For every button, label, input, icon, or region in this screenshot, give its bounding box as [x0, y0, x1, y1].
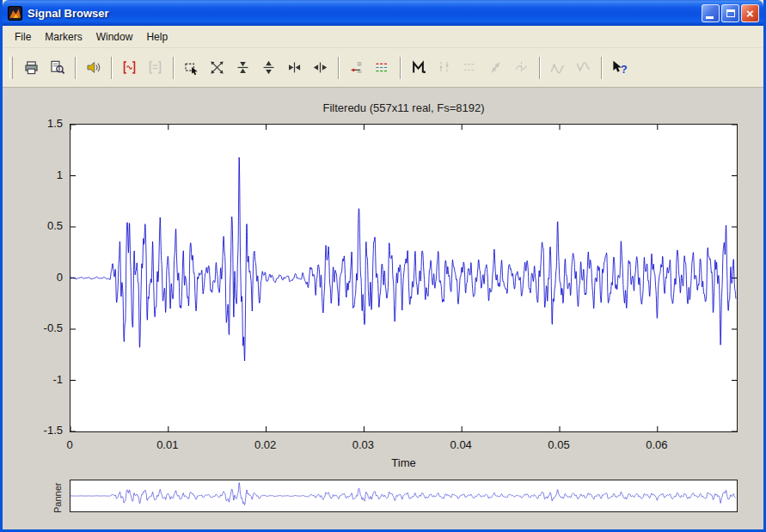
maximize-button[interactable] — [721, 4, 739, 22]
panner-label: Panner — [52, 483, 63, 513]
x-tick-label: 0 — [44, 438, 95, 451]
title-bar[interactable]: Signal Browser × — [3, 0, 763, 26]
menu-item-help[interactable]: Help — [139, 28, 175, 46]
menu-bar: FileMarkersWindowHelp — [3, 26, 763, 48]
brackets-gray-icon — [147, 59, 163, 76]
markers-tracking-icon — [436, 59, 452, 76]
full-view-icon — [209, 59, 225, 76]
toolbar-separator — [173, 57, 175, 79]
toolbar-separator — [601, 57, 603, 79]
valleys-button — [571, 56, 595, 80]
valleys-icon — [575, 59, 591, 76]
panner-trace — [70, 483, 736, 505]
speaker-icon — [85, 59, 101, 76]
markers-dashed-icon — [462, 59, 478, 76]
waveform-plot — [70, 125, 737, 431]
brackets-red-icon — [121, 59, 138, 76]
full-view-button[interactable] — [205, 56, 229, 80]
help-pointer-icon: ? — [611, 59, 628, 76]
peaks-icon — [549, 59, 566, 76]
peaks-button — [545, 56, 569, 80]
mouse-zoom-icon — [183, 59, 199, 76]
close-button[interactable]: × — [741, 4, 759, 22]
y-tick-label: 1.5 — [16, 117, 63, 130]
minimize-icon — [706, 16, 714, 19]
markers-horizontal-button[interactable] — [370, 56, 394, 80]
y-tick-label: -1.5 — [16, 424, 63, 437]
zoom-out-y-icon — [260, 59, 277, 76]
markers-m-icon — [410, 59, 426, 76]
x-tick-label: 0.01 — [142, 438, 193, 451]
axes[interactable] — [70, 124, 738, 432]
select-trace-icon — [348, 59, 365, 76]
minimize-button[interactable] — [702, 4, 720, 22]
print-preview-button[interactable] — [45, 56, 69, 80]
markers-vertical-button[interactable] — [406, 56, 430, 80]
array-signals-button[interactable] — [117, 56, 141, 80]
plot-title: Filteredu (557x11 real, Fs=8192) — [70, 101, 738, 114]
waveform-trace — [70, 157, 736, 361]
zoom-in-x-button[interactable] — [282, 56, 306, 80]
app-icon — [8, 5, 23, 21]
close-icon: × — [746, 7, 754, 20]
x-tick-label: 0.03 — [337, 438, 389, 451]
x-tick-label: 0.05 — [533, 438, 585, 451]
toolbar-separator — [338, 57, 340, 79]
menu-item-file[interactable]: File — [8, 28, 38, 46]
x-tick-label: 0.04 — [435, 438, 487, 451]
menu-item-window[interactable]: Window — [89, 28, 140, 46]
markers-tracking-button — [432, 56, 456, 80]
maximize-icon — [726, 9, 735, 17]
select-trace-button[interactable] — [344, 56, 368, 80]
signal-browser-window: Signal Browser × FileMarkersWindowHelp ?… — [0, 0, 766, 532]
whats-this-help-button[interactable]: ? — [607, 56, 631, 80]
markers-pair-icon — [513, 59, 530, 76]
panner[interactable] — [70, 480, 738, 512]
play-sound-button[interactable] — [81, 56, 105, 80]
y-tick-label: 1 — [16, 168, 63, 181]
y-tick-label: 0 — [16, 271, 63, 284]
print-preview-icon — [49, 59, 65, 76]
markers-horizontal-icon — [374, 59, 390, 76]
toolbar-separator — [75, 57, 77, 79]
y-tick-label: 0.5 — [16, 219, 63, 232]
svg-text:?: ? — [620, 63, 627, 76]
toolbar-separator — [400, 57, 401, 79]
figure-area: Filteredu (557x11 real, Fs=8192) Time Pa… — [3, 88, 763, 529]
toolbar-separator — [539, 57, 541, 79]
mouse-zoom-button[interactable] — [179, 56, 203, 80]
print-button[interactable] — [19, 56, 43, 80]
zoom-out-x-button[interactable] — [308, 56, 332, 80]
y-tick-label: -0.5 — [16, 321, 63, 334]
printer-icon — [23, 59, 40, 76]
toolbar-grip[interactable] — [9, 57, 13, 79]
y-tick-label: -1 — [16, 373, 63, 386]
x-tick-label: 0.02 — [240, 438, 291, 451]
menu-item-markers[interactable]: Markers — [38, 28, 89, 46]
markers-slope-button — [483, 56, 507, 80]
zoom-out-y-button[interactable] — [256, 56, 280, 80]
zoom-in-x-icon — [286, 59, 303, 76]
toolbar: ? — [3, 48, 763, 88]
panner-plot — [70, 480, 737, 511]
zoom-in-y-icon — [235, 59, 251, 76]
zoom-out-x-icon — [312, 59, 328, 76]
markers-pair-button — [509, 56, 533, 80]
window-title: Signal Browser — [28, 7, 700, 20]
x-axis-label: Time — [70, 456, 738, 469]
array-signals-columns-button — [143, 56, 167, 80]
x-tick-label: 0.06 — [631, 438, 683, 451]
toolbar-separator — [111, 57, 113, 79]
markers-slope-icon — [487, 59, 504, 76]
zoom-in-y-button[interactable] — [230, 56, 254, 80]
markers-dashed-button — [457, 56, 481, 80]
